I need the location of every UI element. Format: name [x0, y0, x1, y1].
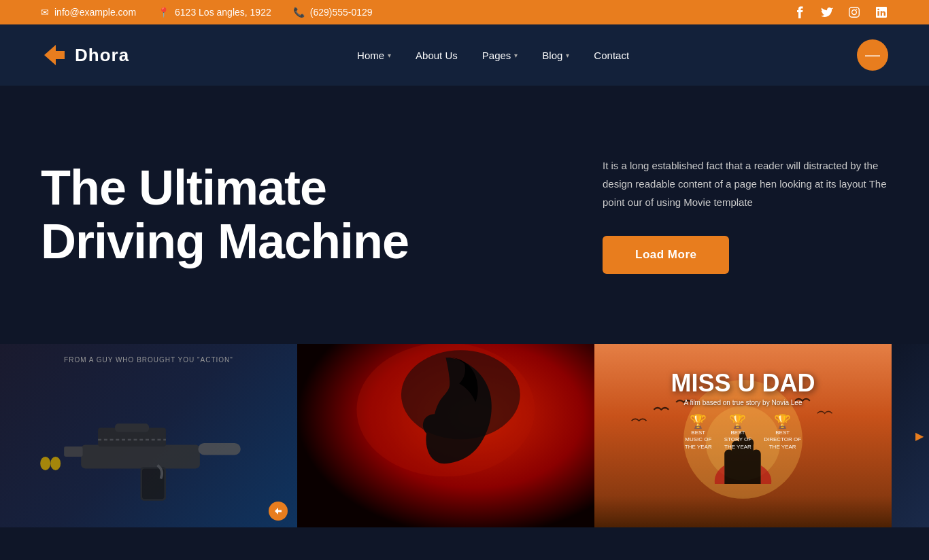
hero-left: The Ultimate Driving Machine: [41, 161, 562, 268]
movie-2-art: [297, 344, 594, 527]
address-info: 📍 6123 Los angles, 1922: [158, 7, 271, 18]
twitter-icon[interactable]: [820, 5, 834, 19]
logo[interactable]: Dhora: [41, 41, 129, 69]
location-icon: 📍: [158, 7, 169, 18]
movie-3-text-overlay: MISS U DAD A film based on true story by…: [594, 371, 892, 451]
hero-title-line2: Driving Machine: [41, 214, 409, 268]
movie-card-2[interactable]: [297, 344, 594, 527]
hero-right: It is a long established fact that a rea…: [562, 156, 888, 274]
svg-rect-7: [115, 423, 149, 432]
nav-item-about[interactable]: About Us: [416, 50, 458, 61]
topbar: ✉ info@example.com 📍 6123 Los angles, 19…: [0, 0, 929, 24]
gun-illustration: [30, 402, 268, 504]
load-more-label: Load More: [635, 248, 696, 261]
logo-icon: [41, 41, 68, 69]
nav-links: Home ▾ About Us Pages ▾ Blog ▾ Contact: [357, 50, 629, 61]
nav-item-home[interactable]: Home ▾: [357, 50, 391, 61]
miss-u-dad-subtitle: A film based on true story by Novia Lee: [594, 399, 892, 406]
movies-section: FROM A GUY WHO BROUGHT YOU "ACTION": [0, 344, 929, 527]
nav-home-label: Home: [357, 50, 384, 61]
svg-point-8: [50, 457, 61, 470]
phone-text: (629)555-0129: [310, 7, 373, 18]
phone-icon: 📞: [293, 7, 305, 18]
pages-dropdown-icon: ▾: [514, 52, 518, 59]
topbar-contact-info: ✉ info@example.com 📍 6123 Los angles, 19…: [41, 7, 373, 18]
email-text: info@example.com: [54, 7, 136, 18]
movie-card-1[interactable]: FROM A GUY WHO BROUGHT YOU "ACTION": [0, 344, 297, 527]
linkedin-icon[interactable]: [875, 5, 888, 19]
menu-icon: —: [865, 46, 880, 64]
phone-info: 📞 (629)555-0129: [293, 7, 373, 18]
email-icon: ✉: [41, 7, 49, 18]
play-button-icon[interactable]: ▶: [915, 430, 924, 442]
nav-item-pages[interactable]: Pages ▾: [482, 50, 518, 61]
hero-title: The Ultimate Driving Machine: [41, 161, 562, 268]
award-1: 🏆 BESTMUSIC OFTHE YEAR: [685, 413, 712, 451]
load-more-button[interactable]: Load More: [603, 236, 729, 274]
svg-point-9: [40, 457, 50, 470]
award-2: 🏆 BESTSTORY OFTHE YEAR: [724, 413, 751, 451]
home-dropdown-icon: ▾: [388, 52, 391, 59]
nav-item-contact[interactable]: Contact: [594, 50, 629, 61]
award-3: 🏆 BESTDIRECTOR OFTHE YEAR: [764, 413, 801, 451]
address-text: 6123 Los angles, 1922: [175, 7, 271, 18]
movie-1-tag: FROM A GUY WHO BROUGHT YOU "ACTION": [0, 356, 297, 364]
awards-row: 🏆 BESTMUSIC OFTHE YEAR 🏆 BESTSTORY OFTHE…: [594, 413, 892, 451]
nav-pages-label: Pages: [482, 50, 511, 61]
svg-marker-0: [44, 45, 65, 65]
menu-toggle-button[interactable]: —: [857, 39, 888, 71]
email-info: ✉ info@example.com: [41, 7, 136, 18]
svg-rect-1: [81, 445, 200, 469]
card1-badge: [269, 502, 288, 521]
social-links: [793, 5, 888, 19]
instagram-icon[interactable]: [847, 5, 861, 19]
nav-contact-label: Contact: [594, 50, 629, 61]
navbar: Dhora Home ▾ About Us Pages ▾ Blog ▾ Con…: [0, 24, 929, 86]
movie-card-3[interactable]: MISS U DAD A film based on true story by…: [594, 344, 892, 527]
hero-description: It is a long established fact that a rea…: [603, 156, 888, 211]
nav-blog-label: Blog: [542, 50, 562, 61]
blog-dropdown-icon: ▾: [566, 52, 569, 59]
svg-rect-4: [198, 443, 240, 455]
hero-title-line1: The Ultimate: [41, 160, 326, 215]
svg-marker-11: [275, 508, 282, 514]
svg-rect-3: [64, 447, 82, 457]
facebook-icon[interactable]: [793, 5, 807, 19]
logo-text: Dhora: [75, 45, 129, 66]
movie-card-4[interactable]: ▶: [892, 344, 929, 527]
hero-section: The Ultimate Driving Machine It is a lon…: [0, 86, 929, 344]
miss-u-dad-title: MISS U DAD: [594, 371, 892, 396]
nav-item-blog[interactable]: Blog ▾: [542, 50, 569, 61]
nav-about-label: About Us: [416, 50, 458, 61]
